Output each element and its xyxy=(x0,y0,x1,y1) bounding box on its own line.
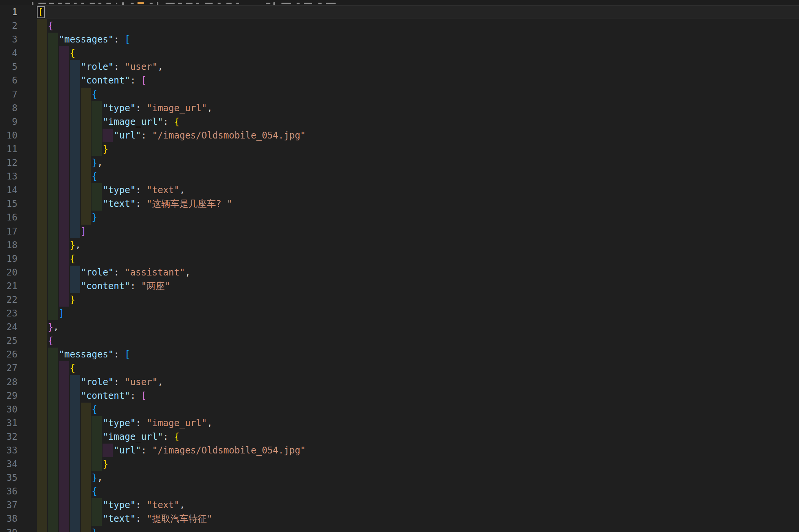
code-line[interactable]: 26"messages": [ xyxy=(0,348,799,361)
code-line-body[interactable]: } xyxy=(37,211,799,224)
line-number[interactable]: 24 xyxy=(0,320,17,334)
code-line[interactable]: 30{ xyxy=(0,403,799,416)
code-line-body[interactable]: "image_url": { xyxy=(37,115,799,129)
code-line[interactable]: 36{ xyxy=(0,485,799,498)
line-number[interactable]: 22 xyxy=(0,293,17,307)
code-line[interactable]: 19{ xyxy=(0,252,799,266)
code-editor[interactable]: 1[2{3"messages": [4{5"role": "user",6"co… xyxy=(0,5,799,532)
code-line-body[interactable]: "url": "/images/Oldsmobile_054.jpg" xyxy=(37,129,799,142)
line-number[interactable]: 16 xyxy=(0,211,17,224)
line-number[interactable]: 1 xyxy=(0,5,17,19)
code-line[interactable]: 16} xyxy=(0,211,799,224)
code-line-body[interactable]: }, xyxy=(37,471,799,485)
line-number[interactable]: 39 xyxy=(0,526,17,532)
code-line[interactable]: 11} xyxy=(0,142,799,156)
code-line[interactable]: 7{ xyxy=(0,88,799,101)
code-line[interactable]: 5"role": "user", xyxy=(0,60,799,74)
code-line-body[interactable]: { xyxy=(37,88,799,101)
code-line[interactable]: 1[ xyxy=(0,5,799,19)
code-line-body[interactable]: } xyxy=(37,293,799,307)
code-line-body[interactable]: "messages": [ xyxy=(37,348,799,361)
line-number[interactable]: 35 xyxy=(0,471,17,485)
line-number[interactable]: 28 xyxy=(0,375,17,389)
line-number[interactable]: 14 xyxy=(0,183,17,197)
code-line[interactable]: 20"role": "assistant", xyxy=(0,266,799,279)
line-number[interactable]: 37 xyxy=(0,498,17,512)
line-number[interactable]: 12 xyxy=(0,156,17,170)
code-line-body[interactable]: [ xyxy=(37,5,799,19)
line-number[interactable]: 38 xyxy=(0,512,17,526)
line-number[interactable]: 32 xyxy=(0,430,17,444)
code-line[interactable]: 17] xyxy=(0,225,799,238)
code-line-body[interactable]: { xyxy=(37,403,799,416)
code-line[interactable]: 12}, xyxy=(0,156,799,170)
code-line-body[interactable]: "content": [ xyxy=(37,74,799,87)
code-line-body[interactable]: } xyxy=(37,142,799,156)
code-line[interactable]: 33"url": "/images/Oldsmobile_054.jpg" xyxy=(0,444,799,457)
code-line[interactable]: 39} xyxy=(0,526,799,532)
code-line-body[interactable]: }, xyxy=(37,156,799,170)
code-line[interactable]: 24}, xyxy=(0,320,799,334)
code-line-body[interactable]: "role": "user", xyxy=(37,60,799,74)
line-number[interactable]: 6 xyxy=(0,74,17,87)
code-line[interactable]: 9"image_url": { xyxy=(0,115,799,129)
code-line-body[interactable]: "url": "/images/Oldsmobile_054.jpg" xyxy=(37,444,799,457)
code-line-body[interactable]: }, xyxy=(37,320,799,334)
code-line[interactable]: 23] xyxy=(0,307,799,320)
line-number[interactable]: 27 xyxy=(0,361,17,375)
line-number[interactable]: 20 xyxy=(0,266,17,279)
code-line-body[interactable]: "content": "两座" xyxy=(37,279,799,293)
line-number[interactable]: 29 xyxy=(0,389,17,403)
line-number[interactable]: 9 xyxy=(0,115,17,129)
code-line[interactable]: 15"text": "这辆车是几座车? " xyxy=(0,197,799,211)
code-line-body[interactable]: "type": "image_url", xyxy=(37,101,799,115)
line-number[interactable]: 25 xyxy=(0,334,17,348)
code-line[interactable]: 14"type": "text", xyxy=(0,183,799,197)
code-line[interactable]: 28"role": "user", xyxy=(0,375,799,389)
code-line[interactable]: 4{ xyxy=(0,46,799,60)
code-line[interactable]: 25{ xyxy=(0,334,799,348)
code-line[interactable]: 2{ xyxy=(0,19,799,33)
code-line[interactable]: 29"content": [ xyxy=(0,389,799,403)
line-number[interactable]: 23 xyxy=(0,307,17,320)
line-number[interactable]: 17 xyxy=(0,225,17,238)
line-number[interactable]: 5 xyxy=(0,60,17,74)
line-number[interactable]: 30 xyxy=(0,403,17,416)
code-line-body[interactable]: "type": "text", xyxy=(37,183,799,197)
code-line-body[interactable]: { xyxy=(37,361,799,375)
line-number[interactable]: 2 xyxy=(0,19,17,33)
code-line-body[interactable]: "messages": [ xyxy=(37,33,799,46)
code-line-body[interactable]: "text": "提取汽车特征" xyxy=(37,512,799,526)
code-line-body[interactable]: } xyxy=(37,526,799,532)
code-line-body[interactable]: } xyxy=(37,457,799,471)
line-number[interactable]: 11 xyxy=(0,142,17,156)
code-line-body[interactable]: "type": "image_url", xyxy=(37,416,799,430)
code-line[interactable]: 38"text": "提取汽车特征" xyxy=(0,512,799,526)
code-line[interactable]: 37"type": "text", xyxy=(0,498,799,512)
line-number[interactable]: 8 xyxy=(0,101,17,115)
code-line[interactable]: 22} xyxy=(0,293,799,307)
code-line[interactable]: 13{ xyxy=(0,170,799,183)
line-number[interactable]: 7 xyxy=(0,88,17,101)
line-number[interactable]: 36 xyxy=(0,485,17,498)
code-line[interactable]: 3"messages": [ xyxy=(0,33,799,46)
line-number[interactable]: 19 xyxy=(0,252,17,266)
code-line[interactable]: 34} xyxy=(0,457,799,471)
code-line[interactable]: 18}, xyxy=(0,238,799,252)
code-line-body[interactable]: { xyxy=(37,46,799,60)
line-number[interactable]: 4 xyxy=(0,46,17,60)
code-line[interactable]: 32"image_url": { xyxy=(0,430,799,444)
code-line-body[interactable]: { xyxy=(37,485,799,498)
code-line-body[interactable]: "content": [ xyxy=(37,389,799,403)
line-number[interactable]: 10 xyxy=(0,129,17,142)
code-line-body[interactable]: "type": "text", xyxy=(37,498,799,512)
code-line-body[interactable]: { xyxy=(37,170,799,183)
code-line[interactable]: 8"type": "image_url", xyxy=(0,101,799,115)
code-line[interactable]: 21"content": "两座" xyxy=(0,279,799,293)
code-line-body[interactable]: "role": "assistant", xyxy=(37,266,799,279)
code-line-body[interactable]: ] xyxy=(37,307,799,320)
line-number[interactable]: 3 xyxy=(0,33,17,46)
line-number[interactable]: 34 xyxy=(0,457,17,471)
line-number[interactable]: 13 xyxy=(0,170,17,183)
code-line[interactable]: 6"content": [ xyxy=(0,74,799,87)
